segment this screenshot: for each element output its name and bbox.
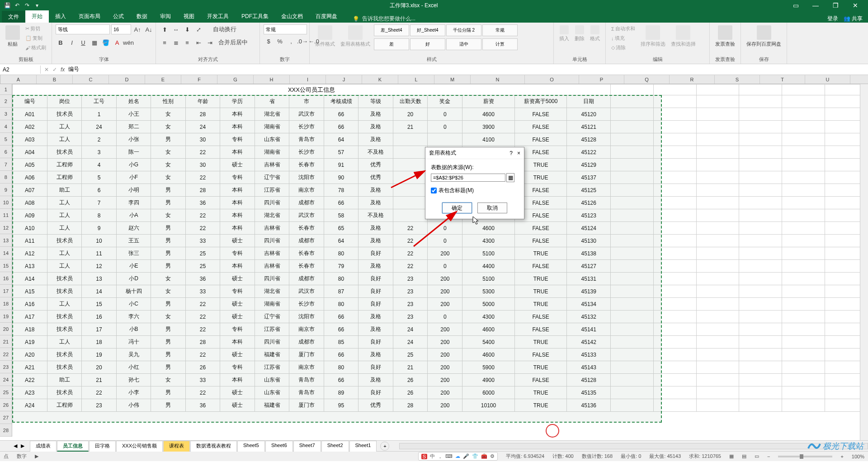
data-cell[interactable]: FALSE — [514, 323, 567, 336]
table-header-cell[interactable]: 考核成绩 — [324, 95, 359, 108]
row-header[interactable]: 4 — [0, 120, 12, 133]
data-cell[interactable]: 22 — [393, 260, 428, 273]
data-cell[interactable]: 200 — [428, 386, 462, 399]
data-cell[interactable]: 江苏省 — [255, 184, 289, 197]
cancel-formula-icon[interactable]: ✕ — [44, 66, 49, 73]
insert-cells-button[interactable]: 插入 — [557, 24, 571, 43]
ribbon-options-icon[interactable]: ▭ — [787, 1, 805, 10]
row-header[interactable]: 19 — [0, 310, 12, 323]
data-cell[interactable] — [393, 133, 428, 146]
data-cell[interactable]: 33 — [185, 374, 220, 386]
data-cell[interactable]: 厦门市 — [289, 399, 324, 412]
data-cell[interactable]: 良好 — [359, 285, 393, 298]
data-cell[interactable]: 26 — [393, 374, 428, 386]
data-cell[interactable]: 工人 — [47, 197, 81, 209]
column-header[interactable]: E — [145, 75, 181, 84]
data-cell[interactable]: 80 — [324, 361, 359, 374]
data-cell[interactable]: 87 — [324, 285, 359, 298]
data-cell[interactable]: 湖北省 — [255, 209, 289, 222]
data-cell[interactable]: 工程师 — [47, 159, 81, 171]
table-header-cell[interactable]: 学历 — [220, 95, 255, 108]
data-cell[interactable]: 80 — [324, 247, 359, 260]
data-cell[interactable]: 及格 — [359, 108, 393, 121]
data-cell[interactable]: 5900 — [462, 361, 515, 374]
data-cell[interactable]: 男 — [151, 298, 185, 311]
data-cell[interactable]: 3900 — [462, 121, 515, 133]
data-cell[interactable]: 36 — [185, 273, 220, 285]
data-cell[interactable]: FALSE — [514, 222, 567, 235]
tab-formulas[interactable]: 公式 — [107, 10, 130, 23]
data-cell[interactable]: 0 — [428, 222, 462, 235]
data-cell[interactable]: 青岛市 — [289, 386, 324, 399]
view-normal-icon[interactable]: ▦ — [729, 453, 734, 459]
cancel-button[interactable]: 取消 — [477, 203, 507, 213]
data-cell[interactable]: 长春市 — [289, 260, 324, 273]
data-cell[interactable]: 5100 — [462, 247, 515, 260]
data-cell[interactable]: 14 — [82, 285, 117, 298]
data-cell[interactable]: 66 — [324, 108, 359, 121]
data-cell[interactable]: 45133 — [567, 349, 611, 361]
data-cell[interactable]: 男 — [151, 235, 185, 247]
data-cell[interactable] — [393, 171, 428, 184]
row-header[interactable]: 3 — [0, 108, 12, 120]
data-cell[interactable]: A12 — [12, 247, 47, 260]
data-cell[interactable]: 12 — [82, 260, 117, 273]
data-cell[interactable]: 200 — [428, 298, 462, 311]
data-cell[interactable]: 22 — [393, 235, 428, 247]
data-cell[interactable]: 5000 — [462, 298, 515, 311]
data-cell[interactable]: 21 — [393, 361, 428, 374]
has-headers-checkbox[interactable] — [431, 188, 437, 193]
data-cell[interactable]: FALSE — [514, 349, 567, 361]
column-header[interactable]: D — [109, 75, 145, 84]
data-cell[interactable]: A21 — [12, 361, 47, 374]
data-cell[interactable]: 男 — [151, 399, 185, 412]
data-cell[interactable]: 优秀 — [359, 159, 393, 171]
style-item[interactable]: 差_Sheet4 — [374, 24, 409, 36]
data-cell[interactable]: 26 — [185, 361, 220, 374]
data-cell[interactable]: 湖北省 — [255, 285, 289, 298]
data-cell[interactable]: 66 — [324, 349, 359, 361]
sheet-tab[interactable]: 田字格 — [89, 441, 116, 452]
data-cell[interactable]: 技术员 — [47, 273, 81, 285]
formula-input[interactable]: 编号 — [68, 66, 79, 73]
data-cell[interactable]: 冯十 — [116, 336, 151, 349]
data-cell[interactable]: 25 — [393, 349, 428, 361]
format-cells-button[interactable]: 格式 — [588, 24, 602, 43]
data-cell[interactable]: 18 — [82, 336, 117, 349]
data-cell[interactable]: 男 — [151, 361, 185, 374]
invoice-check-button[interactable]: 发票查验 — [713, 24, 737, 48]
column-header[interactable]: Q — [624, 75, 670, 84]
table-header-cell[interactable]: 薪资 — [462, 95, 515, 108]
data-cell[interactable]: 45132 — [567, 311, 611, 323]
table-header-cell[interactable]: 省 — [255, 95, 289, 108]
italic-icon[interactable]: I — [67, 38, 77, 47]
font-size-select[interactable] — [111, 24, 131, 34]
data-cell[interactable]: 22 — [185, 298, 220, 311]
data-cell[interactable]: 22 — [185, 349, 220, 361]
data-cell[interactable]: 91 — [324, 159, 359, 171]
row-header[interactable]: 2 — [0, 95, 12, 108]
data-cell[interactable]: 不及格 — [359, 209, 393, 222]
data-cell[interactable]: 22 — [393, 247, 428, 260]
style-item[interactable]: 适中 — [446, 38, 481, 50]
data-cell[interactable]: 专科 — [220, 361, 255, 374]
data-cell[interactable]: FALSE — [514, 108, 567, 121]
data-cell[interactable]: 小张 — [116, 133, 151, 146]
data-cell[interactable]: 工程师 — [47, 399, 81, 412]
sheet-tab[interactable]: Sheet7 — [293, 441, 321, 452]
data-cell[interactable]: 技术员 — [47, 323, 81, 336]
data-cell[interactable]: 本科 — [220, 374, 255, 386]
data-cell[interactable]: 33 — [185, 235, 220, 247]
data-cell[interactable]: A23 — [12, 386, 47, 399]
sheet-nav-next-icon[interactable]: ▶ — [21, 443, 24, 449]
data-cell[interactable]: 男 — [151, 184, 185, 197]
data-cell[interactable]: 45120 — [567, 108, 611, 121]
fill-button[interactable]: ↓填充 — [609, 34, 637, 42]
style-item[interactable]: 千位分隔 2 — [446, 24, 481, 36]
data-cell[interactable]: A13 — [12, 260, 47, 273]
data-cell[interactable]: 陈一 — [116, 146, 151, 159]
data-cell[interactable]: 女 — [151, 108, 185, 121]
row-header[interactable]: 25 — [0, 386, 12, 399]
data-cell[interactable]: 本科 — [220, 108, 255, 121]
border-icon[interactable]: ▦ — [90, 38, 99, 47]
